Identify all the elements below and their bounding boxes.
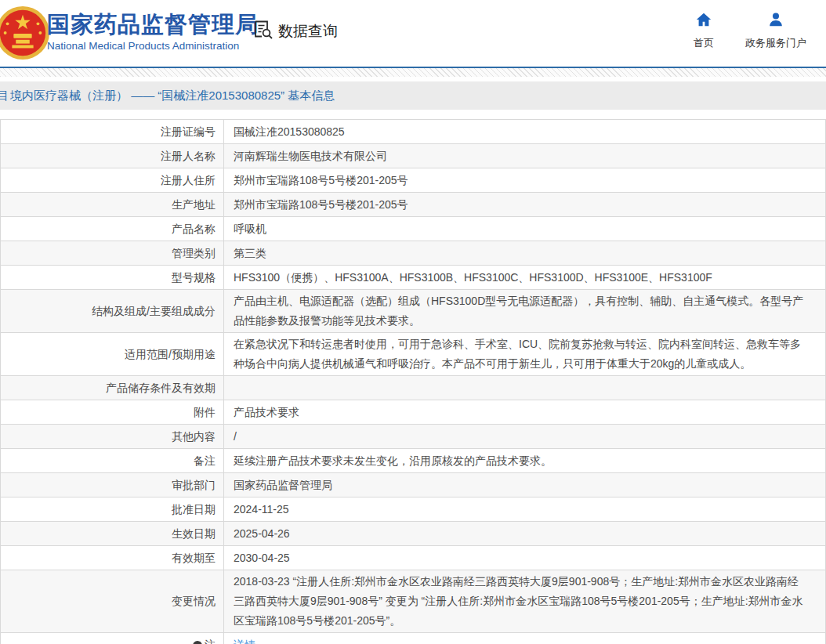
row-value-text: 产品技术要求 — [234, 403, 299, 422]
row-value-text: 2018-03-23 “注册人住所:郑州市金水区农业路南经三路西英特大厦9层90… — [234, 572, 806, 631]
table-row: 适用范围/预期用途在紧急状况下和转运患者时使用，可用于急诊科、手术室、ICU、院… — [1, 333, 825, 376]
portal-label: 政务服务门户 — [733, 36, 819, 50]
breadcrumb: 目 境内医疗器械（注册） —— “国械注准20153080825” 基本信息 — [0, 81, 826, 110]
row-value-text: 产品由主机、电源适配器（选配）组成（HFS3100D型号无电源适配器），具有控制… — [234, 291, 806, 331]
row-label: 型号规格 — [1, 266, 224, 289]
home-label: 首页 — [668, 36, 739, 50]
row-label-text: 其他内容 — [172, 427, 216, 447]
row-value-text: 郑州市宝瑞路108号5号楼201-205号 — [234, 171, 408, 190]
row-value: 河南辉瑞生物医电技术有限公司 — [224, 144, 825, 168]
row-value-text: 河南辉瑞生物医电技术有限公司 — [234, 147, 387, 166]
row-value: 国械注准20153080825 — [224, 120, 825, 143]
row-value: 详情 — [224, 633, 825, 644]
site-title-block: 国家药品监督管理局 National Medical Products Admi… — [47, 11, 259, 52]
info-table: 注册证编号国械注准20153080825注册人名称河南辉瑞生物医电技术有限公司注… — [0, 119, 826, 644]
row-label-text: 注 — [205, 635, 216, 644]
row-value: 2024-11-25 — [224, 497, 825, 521]
row-value-text: 郑州市宝瑞路108号5号楼201-205号 — [234, 195, 408, 215]
row-label-text: 适用范围/预期用途 — [125, 345, 216, 364]
note-circle-icon — [193, 641, 202, 644]
row-label: 附件 — [1, 400, 224, 424]
table-row: 变更情况2018-03-23 “注册人住所:郑州市金水区农业路南经三路西英特大厦… — [1, 570, 825, 633]
portal-link[interactable]: 政务服务门户 — [733, 11, 819, 50]
table-row: 审批部门国家药品监督管理局 — [1, 473, 825, 497]
row-label: 有效期至 — [1, 546, 224, 570]
row-value: 2030-04-25 — [224, 546, 825, 570]
row-value-text: 在紧急状况下和转运患者时使用，可用于急诊科、手术室、ICU、院前复苏抢救与转运、… — [234, 335, 806, 374]
row-label-text: 产品储存条件及有效期 — [106, 378, 216, 398]
table-row: 注册人名称河南辉瑞生物医电技术有限公司 — [1, 144, 825, 168]
hatch-strip — [0, 68, 826, 77]
row-label: 结构及组成/主要组成成分 — [1, 290, 224, 332]
table-row: 产品名称呼吸机 — [1, 217, 825, 241]
row-value: 呼吸机 — [224, 217, 825, 241]
row-value: 郑州市宝瑞路108号5号楼201-205号 — [224, 193, 825, 216]
row-label: 产品名称 — [1, 217, 224, 241]
table-row: 生效日期2025-04-26 — [1, 522, 825, 546]
row-label: 适用范围/预期用途 — [1, 333, 224, 375]
page-header: 国家药品监督管理局 National Medical Products Admi… — [0, 0, 826, 67]
row-label: 变更情况 — [1, 570, 224, 632]
table-row: 注详情 — [1, 633, 825, 644]
row-label-text: 管理类别 — [172, 244, 216, 263]
row-value-text: 延续注册产品技术要求未发生变化，沿用原核发的产品技术要求。 — [234, 451, 552, 471]
table-row: 型号规格HFS3100（便携）、HFS3100A、HFS3100B、HFS310… — [1, 266, 825, 290]
row-value: 产品技术要求 — [224, 400, 825, 424]
row-label: 其他内容 — [1, 425, 224, 448]
table-row: 有效期至2030-04-25 — [1, 546, 825, 570]
row-label-text: 生产地址 — [172, 195, 216, 215]
row-label: 注 — [1, 633, 224, 644]
row-label: 注册人名称 — [1, 144, 224, 168]
row-value: 国家药品监督管理局 — [224, 473, 825, 497]
list-icon: 目 — [0, 89, 9, 103]
row-value-text: HFS3100（便携）、HFS3100A、HFS3100B、HFS3100C、H… — [234, 268, 712, 288]
table-row: 注册人住所郑州市宝瑞路108号5号楼201-205号 — [1, 168, 825, 193]
row-value — [224, 376, 825, 400]
row-value: 第三类 — [224, 241, 825, 265]
row-label-text: 注册人名称 — [161, 147, 216, 166]
site-subtitle: National Medical Products Administration — [47, 40, 259, 52]
row-label: 生效日期 — [1, 522, 224, 545]
row-label-text: 产品名称 — [172, 219, 216, 239]
row-label-text: 生效日期 — [172, 524, 216, 544]
table-row: 产品储存条件及有效期 — [1, 376, 825, 400]
table-row: 附件产品技术要求 — [1, 400, 825, 425]
document-search-icon — [252, 19, 274, 43]
row-value-text: 第三类 — [234, 244, 266, 263]
row-value: 在紧急状况下和转运患者时使用，可用于急诊科、手术室、ICU、院前复苏抢救与转运、… — [224, 333, 825, 375]
data-query-nav[interactable]: 数据查询 — [252, 19, 338, 43]
table-row: 注册证编号国械注准20153080825 — [1, 120, 825, 144]
table-row: 结构及组成/主要组成成分产品由主机、电源适配器（选配）组成（HFS3100D型号… — [1, 290, 825, 333]
home-link[interactable]: 首页 — [668, 11, 739, 50]
table-row: 其他内容/ — [1, 425, 825, 449]
breadcrumb-text: 境内医疗器械（注册） —— “国械注准20153080825” 基本信息 — [10, 89, 335, 103]
home-icon — [695, 17, 712, 31]
row-value-text: 国械注准20153080825 — [234, 122, 345, 142]
table-row: 生产地址郑州市宝瑞路108号5号楼201-205号 — [1, 193, 825, 217]
row-value: 郑州市宝瑞路108号5号楼201-205号 — [224, 168, 825, 192]
row-label-text: 附件 — [194, 403, 216, 422]
row-label-text: 注册证编号 — [161, 122, 216, 142]
row-label-text: 备注 — [194, 451, 216, 471]
row-label-text: 结构及组成/主要组成成分 — [92, 302, 216, 321]
site-title: 国家药品监督管理局 — [47, 11, 259, 38]
row-value-text: 2025-04-26 — [234, 524, 290, 544]
row-label-text: 注册人住所 — [161, 171, 216, 190]
row-value: 2018-03-23 “注册人住所:郑州市金水区农业路南经三路西英特大厦9层90… — [224, 570, 825, 632]
row-label: 批准日期 — [1, 497, 224, 521]
row-label: 审批部门 — [1, 473, 224, 497]
user-icon — [767, 17, 784, 31]
row-value-text: 2024-11-25 — [234, 500, 289, 519]
row-value-text: / — [234, 427, 237, 447]
national-emblem-icon — [0, 5, 50, 60]
row-label-text: 有效期至 — [172, 548, 216, 568]
row-label: 注册证编号 — [1, 120, 224, 143]
row-label-text: 变更情况 — [172, 592, 216, 611]
row-label: 管理类别 — [1, 241, 224, 265]
row-value-text: 2030-04-25 — [234, 548, 290, 568]
row-value: / — [224, 425, 825, 448]
table-row: 管理类别第三类 — [1, 241, 825, 266]
row-value: 2025-04-26 — [224, 522, 825, 545]
detail-link[interactable]: 详情 — [234, 635, 255, 644]
data-query-label: 数据查询 — [278, 21, 338, 42]
